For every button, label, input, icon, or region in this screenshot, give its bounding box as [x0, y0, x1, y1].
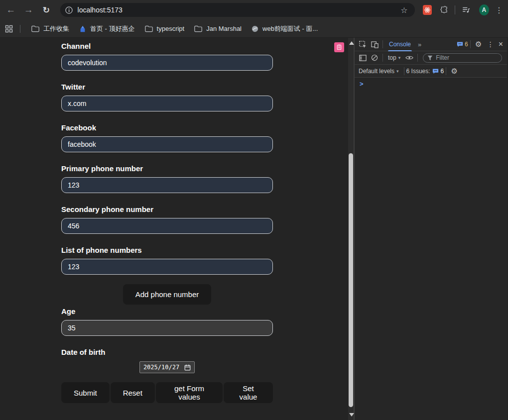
phone-list-input[interactable] [61, 259, 273, 275]
folder-icon [31, 25, 39, 32]
issues-bubble-icon [432, 68, 439, 74]
reset-button[interactable]: Reset [111, 382, 155, 403]
console-sidebar-icon[interactable] [357, 52, 369, 63]
dob-date-input[interactable]: 2025/10/27 [139, 361, 195, 373]
globe-favicon [252, 25, 258, 32]
browser-toolbar: ← → ↻ localhost:5173 ☆ [0, 0, 508, 20]
submit-button[interactable]: Submit [61, 382, 110, 403]
toolbar-divider [455, 5, 455, 14]
devtools-tabbar: Console » 6 ⚙ ⋮ × [355, 38, 507, 51]
bookmark-folder-typescript[interactable]: typescript [140, 23, 190, 34]
facebook-field: Facebook [61, 123, 273, 152]
calendar-icon[interactable] [184, 364, 191, 371]
devtools-divider [382, 40, 383, 48]
context-selector[interactable]: top ▾ [385, 54, 403, 61]
react-devtools-extension-icon[interactable] [423, 5, 432, 15]
site-favicon-blue [79, 25, 86, 32]
add-phone-button[interactable]: Add phone number [123, 284, 212, 305]
scroll-up-arrow[interactable] [349, 41, 354, 45]
chevron-down-icon: ▾ [396, 69, 399, 74]
console-prompt-icon[interactable]: > [360, 80, 364, 88]
console-messages-badge[interactable]: 6 [457, 41, 468, 48]
reload-icon[interactable]: ↻ [39, 2, 53, 17]
devtools-menu-icon[interactable]: ⋮ [485, 39, 497, 50]
facebook-label: Facebook [61, 123, 273, 132]
channel-label: Channel [61, 42, 273, 50]
channel-input[interactable] [61, 55, 273, 71]
device-toolbar-icon[interactable] [369, 39, 381, 50]
secondary-phone-label: Secondary phone number [61, 205, 273, 213]
address-bar[interactable]: localhost:5173 ☆ [60, 3, 415, 17]
folder-icon [145, 25, 153, 32]
eye-icon[interactable] [403, 52, 415, 63]
set-value-button[interactable]: Set value [224, 382, 273, 403]
primary-phone-field: Primary phone number [61, 164, 273, 193]
media-controls-icon[interactable] [460, 4, 472, 15]
get-form-values-button[interactable]: get Form values [156, 382, 223, 403]
page-scrollbar[interactable] [348, 38, 355, 420]
dob-label: Date of birth [61, 348, 105, 356]
devtools-divider [470, 40, 471, 48]
clear-console-icon[interactable] [369, 52, 381, 63]
age-label: Age [61, 307, 273, 315]
secondary-phone-field: Secondary phone number [61, 205, 273, 234]
forward-icon[interactable]: → [22, 2, 36, 17]
bookmark-folder-jan-marshal[interactable]: Jan Marshal [189, 23, 247, 34]
back-icon[interactable]: ← [4, 2, 18, 17]
funnel-icon [427, 55, 433, 61]
phone-list-label: List of phone numbers [61, 246, 273, 254]
secondary-phone-input[interactable] [61, 218, 273, 234]
more-tabs-icon[interactable]: » [415, 41, 424, 48]
primary-phone-label: Primary phone number [61, 164, 273, 173]
clipboard-icon [336, 44, 342, 50]
dob-value: 2025/10/27 [143, 364, 179, 371]
phone-list-field: List of phone numbers [61, 246, 273, 275]
console-toolbar: top ▾ Filter [355, 51, 507, 65]
browser-menu-icon[interactable]: ⋮ [495, 5, 503, 15]
folder-icon [194, 25, 202, 32]
devtools-divider [446, 67, 446, 75]
devtools-divider [404, 67, 404, 75]
bookmarks-bar: 工作收集 首页 - 顶好惠企 typescript Jan Marshal [0, 20, 508, 38]
browser-window: ← → ↻ localhost:5173 ☆ [0, 0, 508, 420]
twitter-input[interactable] [61, 96, 273, 111]
devtools-panel: Console » 6 ⚙ ⋮ × [355, 38, 507, 420]
log-levels-dropdown[interactable]: Default levels ▾ [359, 68, 402, 75]
twitter-field: Twitter [61, 83, 273, 111]
profile-avatar[interactable]: A [479, 4, 489, 15]
console-settings-icon[interactable]: ⚙ [448, 66, 460, 77]
inspect-element-icon[interactable] [357, 39, 369, 50]
issues-counter[interactable]: 6 Issues: 6 [406, 68, 444, 75]
devtools-divider [382, 54, 383, 62]
channel-field: Channel [61, 42, 273, 71]
age-input[interactable] [61, 320, 273, 336]
bookmark-homepage[interactable]: 首页 - 顶好惠企 [74, 22, 140, 35]
page-content: Channel Twitter Facebook Primary phone n… [0, 38, 348, 420]
bookmark-star-icon[interactable]: ☆ [400, 5, 407, 15]
apps-grid-icon[interactable] [3, 23, 15, 34]
form: Channel Twitter Facebook Primary phone n… [61, 38, 273, 403]
age-field: Age [61, 307, 273, 336]
bookmarks-divider [20, 25, 20, 33]
extensions-puzzle-icon[interactable] [438, 4, 450, 15]
chevron-down-icon: ▾ [398, 55, 401, 60]
scroll-down-arrow[interactable] [349, 413, 354, 417]
bookmark-web-interview[interactable]: web前端面试 - 面... [247, 22, 323, 35]
form-actions: Submit Reset get Form values Set value [61, 382, 273, 403]
console-filter-input[interactable]: Filter [423, 53, 502, 63]
site-info-icon[interactable] [65, 6, 73, 14]
console-output[interactable]: > [355, 78, 507, 420]
url-text[interactable]: localhost:5173 [78, 6, 401, 14]
bookmark-folder-work[interactable]: 工作收集 [26, 22, 74, 35]
facebook-input[interactable] [61, 136, 273, 152]
react-hook-form-devtools-button[interactable] [334, 42, 344, 52]
devtools-divider [417, 54, 418, 62]
scrollbar-thumb[interactable] [349, 153, 353, 407]
tab-console[interactable]: Console [385, 38, 415, 51]
devtools-close-icon[interactable]: × [497, 40, 505, 49]
primary-phone-input[interactable] [61, 177, 273, 193]
console-levels-bar: Default levels ▾ 6 Issues: 6 ⚙ [355, 65, 507, 78]
twitter-label: Twitter [61, 83, 273, 91]
devtools-settings-icon[interactable]: ⚙ [473, 39, 485, 50]
message-bubble-icon [457, 41, 463, 47]
